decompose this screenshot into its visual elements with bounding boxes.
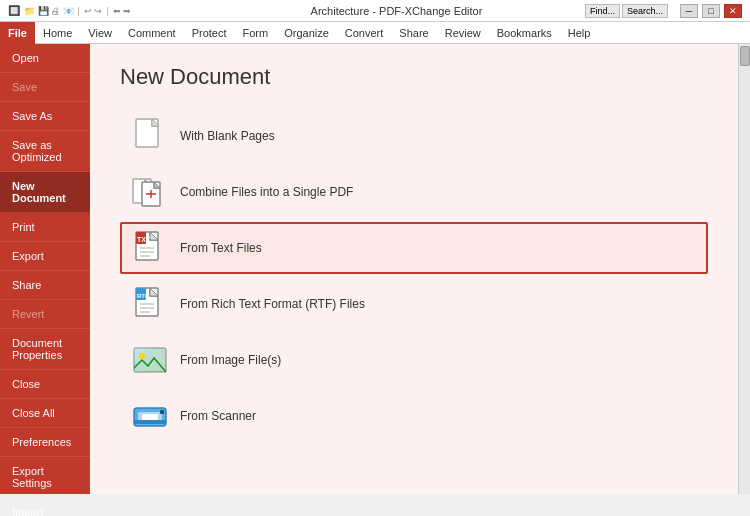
- combine-files-icon: [132, 174, 168, 210]
- find-button[interactable]: Find...: [585, 4, 620, 18]
- sidebar-item-document-properties[interactable]: Document Properties: [0, 329, 90, 370]
- option-combine-files[interactable]: Combine Files into a Single PDF: [120, 166, 708, 218]
- menu-view[interactable]: View: [80, 22, 120, 44]
- close-button[interactable]: ✕: [724, 4, 742, 18]
- page-title: New Document: [120, 64, 708, 90]
- option-blank-pages[interactable]: With Blank Pages: [120, 110, 708, 162]
- combine-files-label: Combine Files into a Single PDF: [180, 185, 353, 199]
- svg-text:TXT: TXT: [137, 236, 151, 243]
- svg-rect-28: [134, 420, 166, 424]
- menu-share[interactable]: Share: [391, 22, 436, 44]
- menu-review[interactable]: Review: [437, 22, 489, 44]
- search-button[interactable]: Search...: [622, 4, 668, 18]
- scanner-icon: [132, 398, 168, 434]
- scanner-label: From Scanner: [180, 409, 256, 423]
- menu-file[interactable]: File: [0, 22, 35, 44]
- svg-rect-23: [134, 348, 166, 372]
- menu-convert[interactable]: Convert: [337, 22, 392, 44]
- option-image-files[interactable]: From Image File(s): [120, 334, 708, 386]
- sidebar-item-save-as[interactable]: Save As: [0, 102, 90, 131]
- sidebar-item-new-document[interactable]: New Document: [0, 172, 90, 213]
- sidebar-item-preferences[interactable]: Preferences: [0, 428, 90, 457]
- image-files-icon: [132, 342, 168, 378]
- main-layout: Open Save Save As Save as Optimized New …: [0, 44, 750, 494]
- sidebar-item-close[interactable]: Close: [0, 370, 90, 399]
- menu-form[interactable]: Form: [235, 22, 277, 44]
- sidebar-item-revert: Revert: [0, 300, 90, 329]
- text-files-label: From Text Files: [180, 241, 262, 255]
- text-files-icon: TXT: [132, 230, 168, 266]
- window-title: Architecture - PDF-XChange Editor: [208, 5, 585, 17]
- svg-rect-27: [142, 414, 158, 420]
- menu-bar: File Home View Comment Protect Form Orga…: [0, 22, 750, 44]
- svg-rect-29: [160, 410, 164, 414]
- option-text-files[interactable]: TXT From Text Files: [120, 222, 708, 274]
- option-scanner[interactable]: From Scanner: [120, 390, 708, 442]
- sidebar-item-print[interactable]: Print: [0, 213, 90, 242]
- rtf-files-icon: RTF: [132, 286, 168, 322]
- image-files-label: From Image File(s): [180, 353, 281, 367]
- sidebar-item-save-as-optimized[interactable]: Save as Optimized: [0, 131, 90, 172]
- title-bar: 🔲 📁 💾 🖨 📧 | ↩ ↪ | ⬅ ➡ Architecture - PDF…: [0, 0, 750, 22]
- menu-comment[interactable]: Comment: [120, 22, 184, 44]
- svg-text:RTF: RTF: [137, 293, 149, 299]
- minimize-button[interactable]: ─: [680, 4, 698, 18]
- sidebar-item-export-settings[interactable]: Export Settings: [0, 457, 90, 498]
- sidebar-item-import-settings[interactable]: Import Settings: [0, 498, 90, 516]
- sidebar-item-export[interactable]: Export: [0, 242, 90, 271]
- menu-organize[interactable]: Organize: [276, 22, 337, 44]
- sidebar-item-open[interactable]: Open: [0, 44, 90, 73]
- maximize-button[interactable]: □: [702, 4, 720, 18]
- sidebar-item-save: Save: [0, 73, 90, 102]
- blank-pages-icon: [132, 118, 168, 154]
- menu-protect[interactable]: Protect: [184, 22, 235, 44]
- sidebar-item-share[interactable]: Share: [0, 271, 90, 300]
- blank-pages-label: With Blank Pages: [180, 129, 275, 143]
- scrollbar[interactable]: [738, 44, 750, 494]
- document-options: With Blank Pages Combine F: [120, 110, 708, 442]
- sidebar-item-close-all[interactable]: Close All: [0, 399, 90, 428]
- content-area: New Document With Blank Pages: [90, 44, 738, 494]
- option-rtf-files[interactable]: RTF From Rich Text Format (RTF) Files: [120, 278, 708, 330]
- menu-help[interactable]: Help: [560, 22, 599, 44]
- menu-bookmarks[interactable]: Bookmarks: [489, 22, 560, 44]
- sidebar: Open Save Save As Save as Optimized New …: [0, 44, 90, 494]
- rtf-files-label: From Rich Text Format (RTF) Files: [180, 297, 365, 311]
- menu-home[interactable]: Home: [35, 22, 80, 44]
- svg-point-24: [139, 353, 145, 359]
